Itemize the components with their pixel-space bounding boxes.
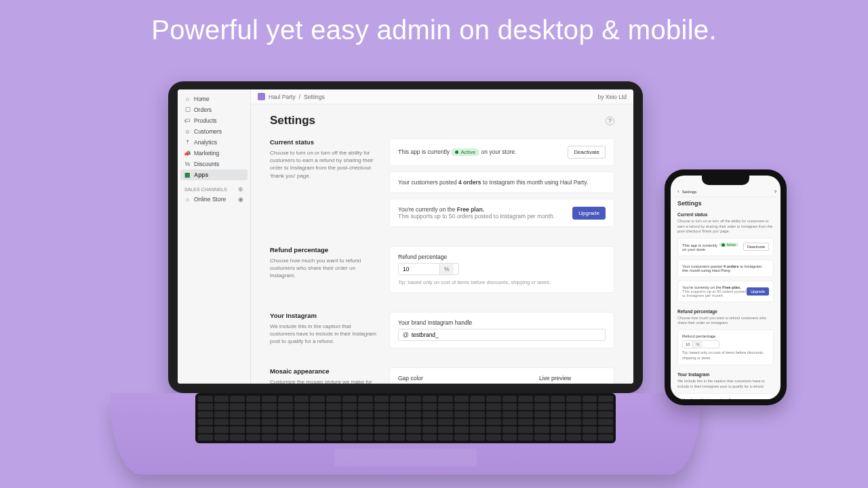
- section-your-instagram: Your Instagram We include this in the ca…: [270, 312, 614, 354]
- products-icon: 🏷: [184, 118, 191, 124]
- upgrade-button[interactable]: Upgrade: [572, 207, 606, 220]
- home-icon: ⌂: [184, 96, 191, 102]
- section-desc: Choose how much you want to refund custo…: [677, 316, 774, 326]
- at-prefix: @: [403, 331, 409, 338]
- sidebar-section-sales-channels: SALES CHANNELS ⊕: [180, 180, 248, 194]
- status-badge: Active: [451, 148, 479, 156]
- page-title: Settings: [677, 200, 774, 207]
- app-logo-chip: [258, 93, 265, 100]
- section-title: Mosaic appearance: [270, 367, 377, 375]
- live-preview-label: Live preview: [539, 375, 606, 382]
- section-desc: We include this in the caption that cust…: [270, 323, 377, 346]
- section-title: Your Instagram: [677, 372, 774, 377]
- sidebar-item-products[interactable]: 🏷Products: [180, 115, 248, 126]
- discounts-icon: %: [184, 161, 191, 167]
- refund-tip: Tip: based only on cost of items before …: [682, 350, 769, 361]
- section-title: Current status: [677, 212, 774, 217]
- section-desc: Choose how much you want to refund custo…: [270, 257, 377, 280]
- breadcrumb: Haul Party / Settings by Xeio Ltd: [251, 89, 633, 104]
- analytics-icon: ⇡: [184, 140, 191, 146]
- instagram-field-label: Your brand Instagram handle: [398, 319, 606, 326]
- sidebar-item-home[interactable]: ⌂Home: [180, 94, 248, 104]
- marketing-icon: 📣: [184, 150, 191, 157]
- refund-percentage-input[interactable]: 10%: [682, 340, 719, 348]
- upgrade-button[interactable]: Upgrade: [747, 287, 769, 296]
- breadcrumb-app[interactable]: Haul Party: [269, 94, 296, 100]
- section-desc: Customize the mosaic picture we make for…: [270, 378, 377, 384]
- section-current-status: Current status Choose to turn on or turn…: [270, 138, 614, 232]
- sidebar-item-analytics[interactable]: ⇡Analytics: [180, 137, 248, 148]
- eye-icon[interactable]: ◉: [238, 196, 243, 203]
- section-title: Current status: [270, 138, 377, 146]
- keyboard: [195, 393, 616, 443]
- plan-line: You're currently on the Free plan. This …: [398, 206, 555, 220]
- sidebar-channel-online-store[interactable]: ⌂ Online Store ◉: [180, 194, 248, 205]
- sidebar-item-apps[interactable]: ▦Apps: [180, 169, 248, 180]
- admin-app-desktop: ⌂Home ☐Orders 🏷Products ☺Customers ⇡Anal…: [178, 89, 633, 384]
- admin-app-mobile: ‹ Settings ? Settings Current status Cho…: [671, 176, 781, 399]
- phone-notch: [702, 176, 749, 185]
- refund-field-label: Refund percentage: [398, 253, 606, 260]
- section-refund-percentage: Refund percentage Choose how much you wa…: [270, 246, 614, 298]
- byline: by Xeio Ltd: [597, 94, 627, 100]
- status-line: This app is currently Active on your sto…: [398, 148, 517, 156]
- section-desc: Choose to turn on or turn off the abilit…: [270, 149, 377, 180]
- deactivate-button[interactable]: Deactivate: [743, 243, 769, 251]
- orders-posted-card: Your customers posted 4 orders to Instag…: [677, 260, 774, 277]
- sidebar-item-customers[interactable]: ☺Customers: [180, 126, 248, 137]
- section-mosaic-appearance: Mosaic appearance Customize the mosaic p…: [270, 367, 614, 384]
- sidebar: ⌂Home ☐Orders 🏷Products ☺Customers ⇡Anal…: [178, 89, 251, 384]
- store-icon: ⌂: [184, 197, 191, 203]
- add-channel-icon[interactable]: ⊕: [238, 186, 243, 192]
- instagram-handle-input[interactable]: @: [398, 329, 606, 341]
- section-desc: Choose to turn on or turn off the abilit…: [677, 219, 774, 235]
- breadcrumb-page: Settings: [304, 94, 325, 100]
- marketing-headline: Powerful yet easy admin on desktop & mob…: [0, 15, 868, 45]
- section-desc: We include this in the caption that cust…: [677, 379, 774, 389]
- mobile-top-bar: ‹ Settings ?: [675, 188, 776, 197]
- orders-icon: ☐: [184, 107, 191, 113]
- refund-field-label: Refund percentage: [682, 334, 715, 338]
- orders-posted-card: Your customers posted 4 orders to Instag…: [389, 171, 614, 193]
- trackpad: [334, 449, 477, 466]
- section-title: Refund percentage: [270, 246, 377, 253]
- page-title: Settings: [270, 114, 315, 127]
- sidebar-item-orders[interactable]: ☐Orders: [180, 104, 248, 115]
- deactivate-button[interactable]: Deactivate: [568, 146, 606, 159]
- section-title: Your Instagram: [270, 312, 377, 319]
- section-title: Refund percentage: [677, 309, 774, 314]
- instagram-field-label: Your brand Instagram handle: [682, 398, 733, 399]
- instagram-handle-field[interactable]: [412, 331, 601, 338]
- apps-icon: ▦: [184, 172, 191, 178]
- sidebar-item-marketing[interactable]: 📣Marketing: [180, 148, 248, 159]
- help-icon[interactable]: ?: [774, 190, 776, 194]
- refund-percentage-input[interactable]: %: [398, 263, 459, 275]
- refund-value[interactable]: [399, 264, 439, 274]
- help-icon[interactable]: ?: [606, 117, 614, 125]
- gap-color-label: Gap color: [398, 375, 526, 382]
- mobile-breadcrumb: Settings: [682, 190, 697, 194]
- percent-unit: %: [439, 264, 454, 274]
- laptop-mockup: ⌂Home ☐Orders 🏷Products ☺Customers ⇡Anal…: [168, 81, 643, 474]
- phone-mockup: ‹ Settings ? Settings Current status Cho…: [665, 169, 787, 405]
- status-badge: Active: [719, 243, 739, 247]
- back-icon[interactable]: ‹: [677, 188, 679, 195]
- customers-icon: ☺: [184, 129, 191, 135]
- refund-tip: Tip: based only on cost of items before …: [398, 279, 606, 285]
- sidebar-item-discounts[interactable]: %Discounts: [180, 159, 248, 169]
